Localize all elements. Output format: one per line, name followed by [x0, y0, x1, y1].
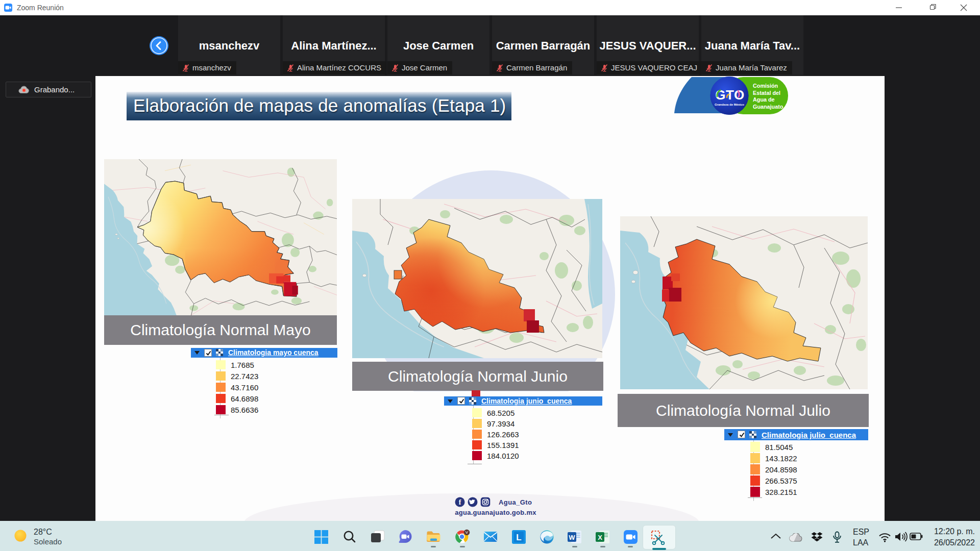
- svg-text:W: W: [569, 534, 575, 541]
- svg-text:X: X: [598, 534, 602, 541]
- svg-text:Comisión: Comisión: [753, 83, 778, 89]
- svg-text:GTO: GTO: [715, 87, 744, 103]
- svg-text:V: V: [465, 530, 469, 535]
- svg-text:Guanajuato: Guanajuato: [753, 104, 783, 110]
- svg-text:Grandeza de México: Grandeza de México: [715, 103, 744, 106]
- svg-text:Estatal del: Estatal del: [753, 90, 780, 96]
- svg-text:f: f: [459, 498, 461, 506]
- svg-text:Agua de: Agua de: [753, 96, 775, 103]
- svg-text:L: L: [516, 533, 521, 542]
